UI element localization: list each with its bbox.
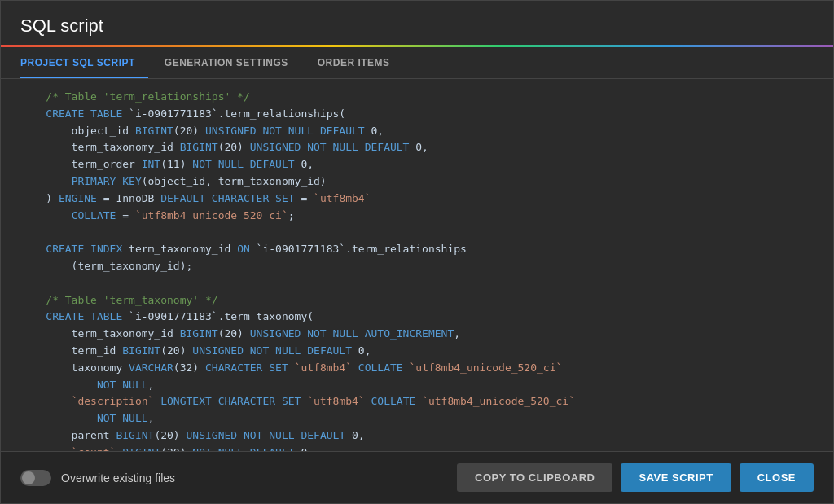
toggle-knob [22,471,35,484]
tab-order-items[interactable]: ORDER ITEMS [318,47,403,78]
overwrite-toggle[interactable] [20,470,51,486]
close-button[interactable]: CLOSE [740,463,814,492]
code-content: /* Table 'term_relationships' */ CREATE … [20,89,814,451]
overwrite-label: Overwrite existing files [61,471,175,484]
modal-header: SQL script [1,1,833,45]
footer-left: Overwrite existing files [20,470,175,486]
save-script-button[interactable]: SAVE SCRIPT [621,463,731,492]
copy-to-clipboard-button[interactable]: COPY TO CLIPBOARD [457,463,612,492]
tabs-container: PROJECT SQL SCRIPT GENERATION SETTINGS O… [1,47,833,79]
code-area[interactable]: /* Table 'term_relationships' */ CREATE … [1,79,833,451]
footer: Overwrite existing files COPY TO CLIPBOA… [1,451,833,503]
tab-project-sql-script[interactable]: PROJECT SQL SCRIPT [20,47,148,78]
tab-generation-settings[interactable]: GENERATION SETTINGS [165,47,301,78]
modal-title: SQL script [20,15,103,36]
footer-right: COPY TO CLIPBOARD SAVE SCRIPT CLOSE [457,463,814,492]
sql-script-modal: SQL script PROJECT SQL SCRIPT GENERATION… [0,0,834,504]
